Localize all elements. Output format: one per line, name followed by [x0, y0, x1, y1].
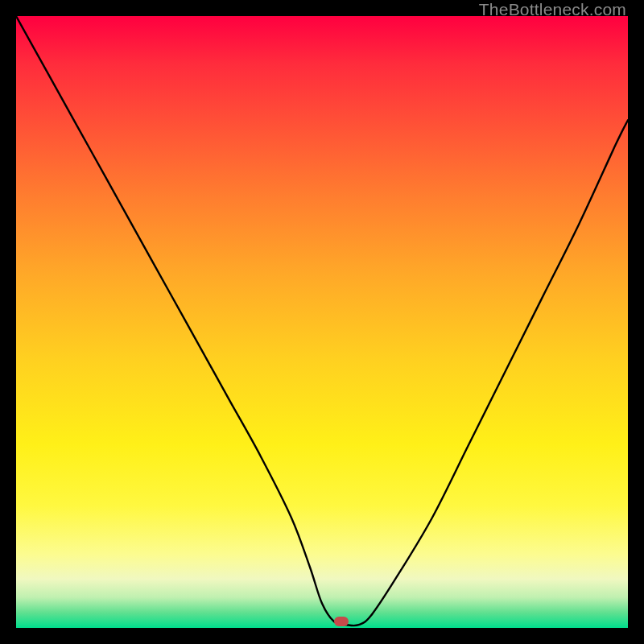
chart-plot-area	[16, 16, 628, 628]
chart-valley-marker	[334, 617, 349, 626]
chart-curve-svg	[16, 16, 628, 628]
bottleneck-curve-path	[16, 16, 628, 625]
